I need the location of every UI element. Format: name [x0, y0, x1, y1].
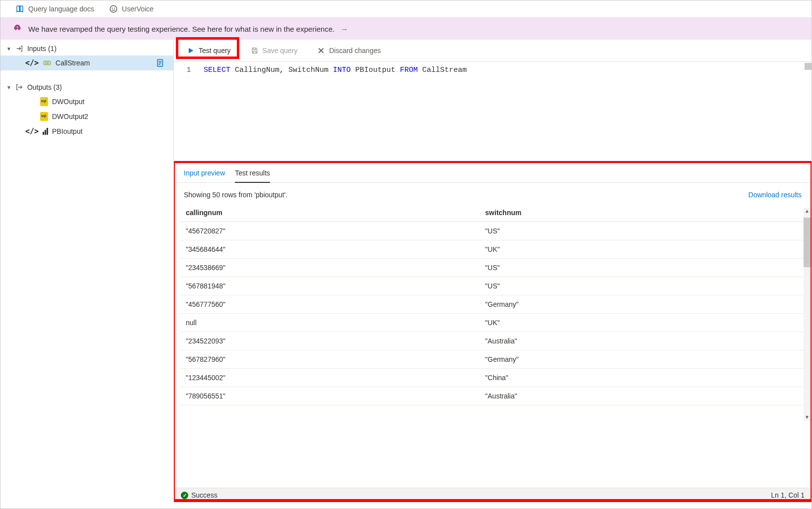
- save-icon: [251, 47, 259, 55]
- arrow-right-icon[interactable]: →: [340, 25, 348, 33]
- input-item-callstream[interactable]: </> CallStream: [0, 56, 173, 70]
- svg-point-1: [112, 8, 112, 8]
- cell-callingnum: null: [181, 314, 480, 332]
- inputs-header[interactable]: ▼ Inputs (1): [0, 42, 173, 56]
- btn-label: Save query: [263, 47, 298, 55]
- stream-icon: [43, 58, 52, 67]
- table-row[interactable]: "234538669""US": [181, 259, 805, 277]
- outputs-label: Outputs (3): [27, 83, 62, 91]
- table-row[interactable]: null"UK": [181, 314, 805, 332]
- btn-label: Discard changes: [329, 47, 380, 55]
- results-table-wrap: callingnum switchnum "456720827""US""345…: [174, 204, 812, 488]
- sql-db-icon: [40, 97, 48, 106]
- cell-callingnum: "123445002": [181, 369, 480, 387]
- cell-callingnum: "456720827": [181, 222, 480, 240]
- status-bar: Success Ln 1, Col 1: [174, 488, 812, 502]
- svg-rect-4: [44, 61, 51, 65]
- results-table: callingnum switchnum "456720827""US""345…: [181, 204, 805, 405]
- scroll-down-icon[interactable]: ▼: [804, 414, 811, 421]
- btn-label: Test query: [199, 47, 231, 55]
- cell-callingnum: "345684644": [181, 240, 480, 259]
- cell-switchnum: "US": [480, 259, 805, 277]
- book-icon: [15, 4, 24, 13]
- col-callingnum[interactable]: callingnum: [181, 204, 480, 222]
- cell-switchnum: "UK": [480, 314, 805, 332]
- sidebar: ▼ Inputs (1) </> CallStream ▼ Outputs (3…: [0, 40, 174, 502]
- content-pane: Test query Save query Discard changes 1 …: [174, 40, 812, 502]
- cell-callingnum: "789056551": [181, 387, 480, 405]
- tok-comma: ,: [279, 66, 284, 74]
- info-banner: We have revamped the query testing exper…: [0, 18, 812, 40]
- table-row[interactable]: "567881948""US": [181, 277, 805, 295]
- editor-scrollbar[interactable]: [805, 63, 812, 70]
- tok-out: PBIoutput: [351, 66, 400, 74]
- cell-callingnum: "456777560": [181, 295, 480, 314]
- download-results-link[interactable]: Download results: [749, 191, 802, 199]
- cell-switchnum: "Australia": [480, 387, 805, 405]
- save-query-button[interactable]: Save query: [247, 45, 302, 57]
- output-icon: [15, 83, 23, 91]
- table-row[interactable]: "456720827""US": [181, 222, 805, 240]
- cell-callingnum: "234538669": [181, 259, 480, 277]
- svg-point-3: [17, 26, 18, 28]
- results-panel: Input preview Test results Showing 50 ro…: [174, 161, 812, 502]
- tok-col2: SwitchNum: [284, 66, 333, 74]
- cell-switchnum: "China": [480, 369, 805, 387]
- sql-db-icon: [40, 112, 48, 121]
- result-tabs: Input preview Test results: [174, 161, 812, 183]
- kw-from: FROM: [400, 66, 418, 74]
- table-header-row: callingnum switchnum: [181, 204, 805, 222]
- query-toolbar: Test query Save query Discard changes: [174, 40, 812, 62]
- code-icon: </>: [25, 127, 39, 136]
- cursor-position: Ln 1, Col 1: [771, 491, 805, 499]
- docs-label: Query language docs: [28, 5, 94, 13]
- uservoice-link[interactable]: UserVoice: [109, 4, 154, 13]
- code-icon: </>: [25, 58, 39, 67]
- line-number: 1: [174, 66, 204, 155]
- outputs-header[interactable]: ▼ Outputs (3): [0, 80, 173, 94]
- caret-down-icon: ▼: [6, 46, 11, 52]
- document-icon[interactable]: [156, 58, 164, 67]
- svg-point-2: [114, 8, 115, 8]
- rocket-icon: [12, 24, 22, 34]
- cell-switchnum: "Australia": [480, 332, 805, 350]
- table-row[interactable]: "345684644""UK": [181, 240, 805, 259]
- query-editor[interactable]: 1 SELECT CallingNum, SwitchNum INTO PBIo…: [174, 62, 812, 161]
- table-row[interactable]: "123445002""China": [181, 369, 805, 387]
- tok-src: CallStream: [418, 66, 467, 74]
- output-item-pbioutput[interactable]: </> PBIoutput: [0, 124, 173, 139]
- kw-into: INTO: [333, 66, 351, 74]
- results-header: Showing 50 rows from 'pbioutput'. Downlo…: [174, 183, 812, 204]
- cell-callingnum: "567827960": [181, 350, 480, 369]
- docs-link[interactable]: Query language docs: [15, 4, 94, 13]
- code-line: SELECT CallingNum, SwitchNum INTO PBIout…: [204, 66, 812, 155]
- discard-changes-button[interactable]: Discard changes: [313, 45, 384, 57]
- output-item-dwoutput2[interactable]: DWOutput2: [0, 109, 173, 124]
- item-label: PBIoutput: [52, 127, 83, 135]
- powerbi-icon: [43, 128, 48, 135]
- results-summary: Showing 50 rows from 'pbioutput'.: [184, 191, 287, 199]
- table-row[interactable]: "789056551""Australia": [181, 387, 805, 405]
- input-icon: [15, 45, 23, 53]
- status-left: Success: [181, 491, 217, 499]
- cell-switchnum: "Germany": [480, 350, 805, 369]
- test-query-button[interactable]: Test query: [183, 45, 235, 57]
- cell-callingnum: "234522093": [181, 332, 480, 350]
- table-row[interactable]: "456777560""Germany": [181, 295, 805, 314]
- tok-cols: CallingNum: [230, 66, 279, 74]
- cell-switchnum: "UK": [480, 240, 805, 259]
- tab-input-preview[interactable]: Input preview: [184, 169, 225, 182]
- cell-switchnum: "US": [480, 277, 805, 295]
- col-switchnum[interactable]: switchnum: [480, 204, 805, 222]
- scroll-up-icon[interactable]: ▲: [804, 208, 811, 215]
- uservoice-label: UserVoice: [122, 5, 154, 13]
- tab-test-results[interactable]: Test results: [235, 169, 270, 183]
- output-item-dwoutput[interactable]: DWOutput: [0, 94, 173, 109]
- table-row[interactable]: "234522093""Australia": [181, 332, 805, 350]
- item-label: CallStream: [55, 59, 90, 67]
- status-text: Success: [191, 491, 217, 499]
- table-row[interactable]: "567827960""Germany": [181, 350, 805, 369]
- scrollbar-thumb[interactable]: [804, 218, 811, 267]
- kw-select: SELECT: [204, 66, 230, 74]
- vertical-scrollbar[interactable]: ▲ ▼: [804, 208, 811, 421]
